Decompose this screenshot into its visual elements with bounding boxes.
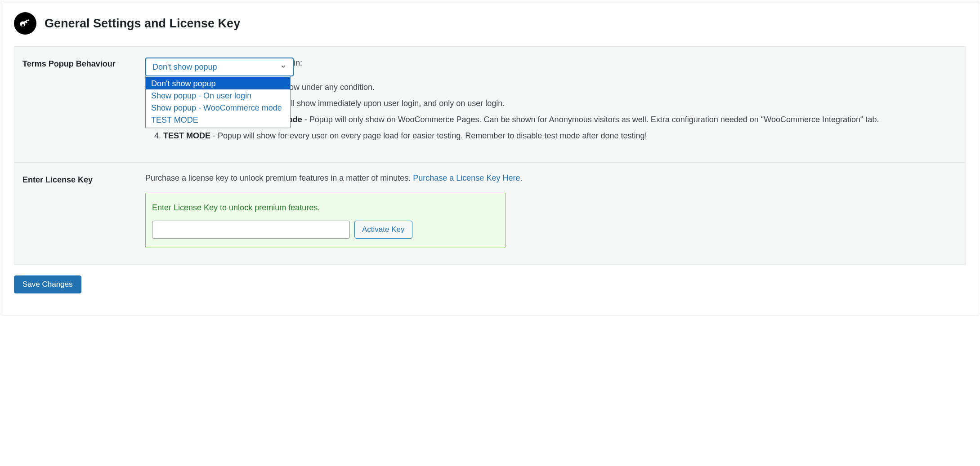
terms-popup-dropdown: Don't show popup Show popup - On user lo… (145, 76, 291, 128)
terms-popup-select[interactable]: Don't show popup (145, 58, 294, 76)
settings-panel: General Settings and License Key Terms P… (1, 1, 979, 315)
select-value: Don't show popup (152, 62, 217, 72)
key-icon (14, 12, 36, 35)
chevron-down-icon (280, 63, 286, 71)
dropdown-option[interactable]: TEST MODE (146, 114, 290, 126)
terms-popup-section: Terms Popup Behaviour Don't show popup D… (14, 46, 966, 163)
license-row: Activate Key (152, 221, 499, 239)
save-changes-button[interactable]: Save Changes (14, 275, 81, 293)
license-box: Enter License Key to unlock premium feat… (145, 193, 506, 248)
dropdown-option[interactable]: Show popup - On user login (146, 89, 290, 102)
desc-item: TEST MODE - Popup will show for every us… (163, 130, 958, 142)
terms-popup-label: Terms Popup Behaviour (22, 58, 145, 146)
page-title: General Settings and License Key (45, 17, 240, 31)
panel-header: General Settings and License Key (1, 1, 979, 41)
save-row: Save Changes (1, 265, 979, 315)
license-intro: Purchase a license key to unlock premium… (145, 173, 958, 183)
license-label: Enter License Key (22, 173, 145, 248)
license-box-message: Enter License Key to unlock premium feat… (152, 203, 499, 213)
license-key-input[interactable] (152, 221, 350, 239)
purchase-license-link[interactable]: Purchase a License Key Here. (413, 173, 522, 182)
dropdown-option[interactable]: Show popup - WooCommerce mode (146, 102, 290, 114)
license-section: Enter License Key Purchase a license key… (14, 163, 966, 265)
terms-popup-select-wrapper: Don't show popup Don't show popup Show p… (145, 58, 294, 76)
dropdown-option[interactable]: Don't show popup (146, 77, 290, 89)
activate-key-button[interactable]: Activate Key (354, 221, 412, 239)
